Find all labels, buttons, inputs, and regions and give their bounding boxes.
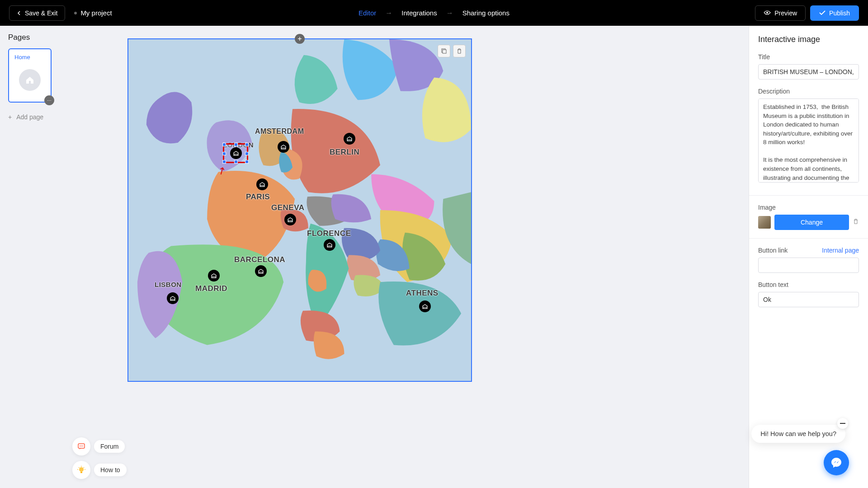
preview-button[interactable]: Preview xyxy=(755,5,806,21)
close-help-bubble-button[interactable] xyxy=(837,418,848,429)
svg-point-7 xyxy=(82,446,83,446)
forum-chip[interactable]: Forum xyxy=(72,437,127,455)
button-link-label: Button link xyxy=(758,247,788,254)
image-thumbnail xyxy=(758,216,771,229)
publish-button[interactable]: Publish xyxy=(810,5,859,21)
forum-label: Forum xyxy=(94,440,125,453)
page-thumb-label: Home xyxy=(14,54,45,61)
eye-icon xyxy=(764,9,771,17)
svg-rect-2 xyxy=(443,50,446,53)
svg-point-5 xyxy=(80,446,80,446)
map-marker[interactable] xyxy=(256,178,268,190)
nav-step-sharing[interactable]: Sharing options xyxy=(462,9,509,17)
save-exit-button[interactable]: Save & Exit xyxy=(9,5,65,21)
properties-panel: Interactive image Title Description Esta… xyxy=(749,26,868,488)
page-thumbnail-home[interactable]: Home ⋯ xyxy=(8,48,52,103)
internal-page-link[interactable]: Internal page xyxy=(822,247,859,254)
button-link-input[interactable] xyxy=(758,258,859,273)
city-label: BERLIN xyxy=(330,148,359,157)
arrow-right-icon: → xyxy=(446,9,453,17)
svg-line-14 xyxy=(84,467,85,468)
city-label: FLORENCE xyxy=(307,229,351,238)
description-label: Description xyxy=(758,88,859,95)
arrow-right-icon: → xyxy=(385,9,392,17)
city-label: PARIS xyxy=(246,192,270,202)
plus-icon: + xyxy=(8,113,12,121)
svg-point-0 xyxy=(766,12,768,14)
pages-sidebar: Pages Home ⋯ + Add page xyxy=(0,26,69,488)
city-label: ATHENS xyxy=(406,289,439,298)
map-marker[interactable] xyxy=(255,265,267,277)
duplicate-button[interactable] xyxy=(438,45,450,57)
city-label: BARCELONA xyxy=(234,255,285,264)
add-page-button[interactable]: + Add page xyxy=(8,113,61,121)
title-input[interactable] xyxy=(758,64,859,80)
map-marker[interactable] xyxy=(419,300,431,312)
map-marker[interactable] xyxy=(167,292,179,304)
button-text-input[interactable] xyxy=(758,292,859,307)
map-marker-london[interactable] xyxy=(230,147,242,159)
map-marker[interactable] xyxy=(344,133,355,145)
panel-title: Interactive image xyxy=(758,35,859,44)
description-textarea[interactable]: Established in 1753, the British Museum … xyxy=(758,99,859,183)
save-exit-label: Save & Exit xyxy=(25,9,57,17)
pages-title: Pages xyxy=(8,33,61,42)
city-label: LISBON xyxy=(155,281,182,288)
change-image-button[interactable]: Change xyxy=(774,215,849,230)
button-text-label: Button text xyxy=(758,281,859,288)
map-marker[interactable] xyxy=(284,214,296,225)
project-name: My project xyxy=(80,9,112,17)
city-label: MADRID xyxy=(195,284,227,293)
lightbulb-icon xyxy=(72,461,90,479)
city-label: AMSTERDAM xyxy=(255,127,304,136)
nav-step-editor[interactable]: Editor xyxy=(359,9,376,17)
check-icon xyxy=(819,9,826,17)
city-label: GENEVA xyxy=(271,203,305,212)
publish-label: Publish xyxy=(829,9,850,17)
howto-chip[interactable]: How to xyxy=(72,461,127,479)
remove-image-button[interactable] xyxy=(853,218,859,226)
nav-step-integrations[interactable]: Integrations xyxy=(401,9,437,17)
chevron-left-icon xyxy=(17,9,21,17)
delete-button[interactable] xyxy=(453,45,466,57)
add-element-button[interactable]: + xyxy=(295,34,305,44)
svg-line-13 xyxy=(79,467,80,468)
forum-icon xyxy=(72,437,90,455)
unsaved-dot-icon xyxy=(74,12,77,14)
map-marker[interactable] xyxy=(208,270,220,282)
project-title: My project xyxy=(74,9,112,17)
svg-point-8 xyxy=(79,467,84,472)
svg-point-6 xyxy=(81,446,82,446)
preview-label: Preview xyxy=(774,9,797,17)
help-bubble-text: Hi! How can we help you? xyxy=(760,430,836,437)
map-marker[interactable] xyxy=(324,239,335,251)
page-options-button[interactable]: ⋯ xyxy=(44,95,54,105)
map-marker[interactable] xyxy=(278,141,289,153)
title-label: Title xyxy=(758,53,859,61)
home-icon xyxy=(19,69,41,91)
howto-label: How to xyxy=(94,464,127,476)
messenger-button[interactable] xyxy=(824,450,849,475)
add-page-label: Add page xyxy=(16,113,43,121)
canvas[interactable]: + xyxy=(69,26,749,488)
help-bubble: Hi! How can we help you? xyxy=(751,425,845,443)
svg-rect-9 xyxy=(80,472,82,473)
interactive-image-element[interactable]: + xyxy=(127,38,472,382)
image-label: Image xyxy=(758,204,859,211)
